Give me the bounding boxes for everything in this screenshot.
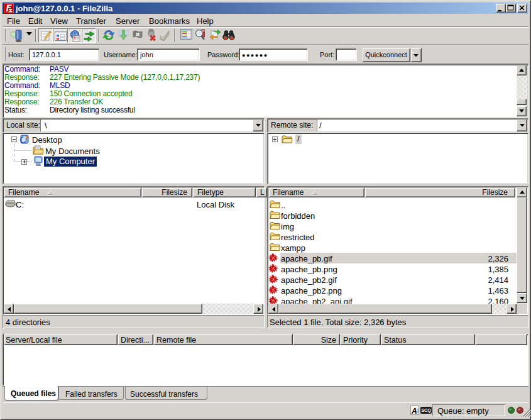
svg-text:A: A [412,407,417,415]
